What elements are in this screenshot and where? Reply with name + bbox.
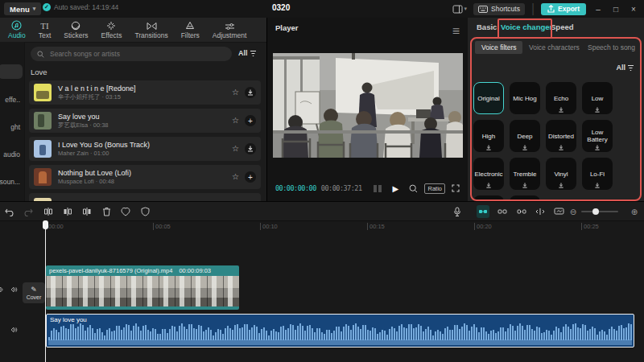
undo-button[interactable]: [3, 205, 16, 218]
tab-voice-changer[interactable]: Voice changer: [501, 23, 552, 31]
mask-button[interactable]: [138, 205, 151, 218]
chevron-down-icon: ▾: [464, 6, 468, 12]
search-bar[interactable]: [31, 47, 232, 61]
song-row[interactable]: V a l e n t i n e [Redone] 辛子小姐拜托了 · 03:…: [29, 80, 261, 105]
tab-adjustment[interactable]: Adjustment: [206, 20, 254, 39]
tab-transitions[interactable]: Transitions: [128, 20, 174, 39]
delete-left-button[interactable]: [61, 205, 74, 218]
favorite-icon[interactable]: ☆: [232, 88, 239, 97]
download-icon: [595, 107, 601, 113]
cover-button[interactable]: ✎ Cover: [23, 282, 45, 303]
play-button[interactable]: ▶: [393, 184, 399, 193]
preview-axis-icon[interactable]: [534, 205, 547, 218]
subtab-speech-to-song[interactable]: Speech to song: [588, 43, 635, 51]
redo-button[interactable]: [21, 205, 34, 218]
album-cover: [34, 112, 52, 130]
ratio-button[interactable]: Ratio: [424, 183, 445, 194]
voice-filter-low-battery[interactable]: Low Battery: [582, 120, 613, 152]
ruler-label: 00:25: [581, 223, 599, 230]
magnetic-snap-icon[interactable]: [477, 205, 489, 218]
filters-icon: [185, 20, 195, 31]
pause-icon[interactable]: [374, 185, 382, 192]
download-button[interactable]: [245, 143, 256, 154]
voiceover-mic-icon[interactable]: [451, 205, 464, 218]
sidebar-item-selected[interactable]: [0, 64, 23, 79]
voice-filter-distorted[interactable]: Distorted: [546, 120, 576, 152]
favorite-icon[interactable]: ☆: [232, 145, 239, 153]
song-title: V a l e n t i n e [Redone]: [58, 84, 136, 93]
fullscreen-icon[interactable]: [452, 184, 460, 192]
voice-filter-mic-hog[interactable]: Mic Hog: [510, 82, 540, 114]
tab-stickers[interactable]: Stickers: [57, 20, 94, 39]
download-icon: [486, 183, 492, 188]
voice-filter-original[interactable]: Original: [473, 82, 504, 114]
voice-filter-tile[interactable]: [510, 195, 540, 201]
voice-filter-all[interactable]: All: [616, 64, 634, 72]
tab-speed[interactable]: Speed: [551, 23, 574, 31]
split-button[interactable]: [42, 205, 55, 218]
favorite-icon[interactable]: ☆: [232, 117, 239, 125]
link-clips-icon[interactable]: [496, 205, 509, 218]
playhead[interactable]: [45, 220, 46, 362]
audio-clip[interactable]: Say love you: [46, 314, 634, 348]
subtab-voice-characters[interactable]: Voice characters: [529, 43, 580, 51]
timeline-ruler[interactable]: 00:00 00:05 00:10 00:15 00:20 00:25: [0, 220, 644, 233]
delete-right-button[interactable]: [80, 205, 93, 218]
media-toolbar: Audio TI Text Stickers Effects Transitio…: [0, 18, 266, 43]
subtab-voice-filters[interactable]: Voice filters: [475, 41, 522, 54]
sidebar-item-effects[interactable]: effe..: [2, 93, 23, 107]
sidebar-item-copyright[interactable]: ght: [8, 120, 23, 134]
maximize-button[interactable]: □: [610, 5, 621, 14]
minimize-button[interactable]: –: [592, 5, 604, 14]
mirror-button[interactable]: [119, 205, 132, 218]
tab-audio[interactable]: Audio: [2, 20, 32, 39]
timeline-zoom-slider[interactable]: [581, 211, 618, 212]
sidebar-item-audio[interactable]: audio: [1, 147, 23, 162]
voice-filter-high[interactable]: High: [473, 120, 504, 152]
tab-basic[interactable]: Basic: [477, 23, 497, 31]
tab-text[interactable]: TI Text: [32, 20, 58, 39]
voice-filter-electronic[interactable]: Electronic: [473, 158, 504, 190]
hide-track-icon[interactable]: [0, 286, 6, 294]
video-clip[interactable]: pexels-pavel-danilyuk-8716579 (Original)…: [46, 265, 239, 310]
text-icon: TI: [40, 20, 48, 31]
shortcuts-button[interactable]: Shortcuts: [473, 3, 525, 15]
voice-filter-low[interactable]: Low: [582, 82, 613, 114]
voice-filter-lofi[interactable]: Lo-Fi: [582, 158, 613, 190]
close-button[interactable]: ×: [628, 5, 639, 14]
unlink-clips-icon[interactable]: [515, 205, 528, 218]
audio-category-sidebar: effe.. ght audio soun... music: [0, 42, 25, 201]
export-button[interactable]: Export: [541, 3, 586, 15]
adjust-display-icon[interactable]: [552, 205, 565, 218]
add-to-track-button[interactable]: +: [245, 171, 256, 183]
tab-effects[interactable]: Effects: [95, 20, 129, 39]
search-input[interactable]: [48, 49, 213, 59]
library-filter[interactable]: All: [238, 49, 257, 57]
zoom-slider-knob[interactable]: [592, 208, 599, 215]
song-row[interactable]: Say love you 罗艺载Elsa · 00:38 ☆ +: [29, 109, 261, 133]
sidebar-item-sound[interactable]: soun...: [0, 175, 23, 189]
mute-audio-track-icon[interactable]: [10, 326, 19, 334]
tab-filters[interactable]: Filters: [175, 20, 206, 39]
download-button[interactable]: [245, 87, 256, 98]
voice-filter-tile[interactable]: [473, 195, 504, 201]
mute-video-track-icon[interactable]: [10, 286, 19, 294]
preview-zoom-icon[interactable]: [409, 184, 418, 193]
favorite-icon[interactable]: ☆: [232, 173, 239, 181]
voice-filter-vinyl[interactable]: Vinyl: [546, 158, 576, 190]
delete-button[interactable]: [100, 205, 113, 218]
zoom-out-button[interactable]: ⊖: [567, 205, 580, 218]
project-title: 0320: [272, 3, 290, 12]
voice-filter-deep[interactable]: Deep: [510, 120, 540, 152]
add-to-track-button[interactable]: +: [245, 115, 256, 126]
zoom-in-button[interactable]: ⊕: [628, 205, 641, 218]
layout-switch-icon[interactable]: ▾: [452, 5, 468, 14]
voice-filter-echo[interactable]: Echo: [546, 82, 576, 114]
song-row[interactable]: Nothing but Love (Lofi) Muspace Lofi · 0…: [29, 165, 261, 189]
voice-filter-tremble[interactable]: Tremble: [510, 158, 540, 190]
song-row[interactable]: Wedding Day ☆: [29, 193, 261, 201]
player-controls: 00:00:00:00 00:00:37:21 ▶ Ratio: [267, 179, 468, 198]
player-options-icon[interactable]: ≡: [452, 24, 460, 39]
menu-button[interactable]: Menu ▾: [4, 2, 41, 15]
song-row[interactable]: I Love You So (Bonus Track) Maher Zain ·…: [29, 137, 261, 161]
